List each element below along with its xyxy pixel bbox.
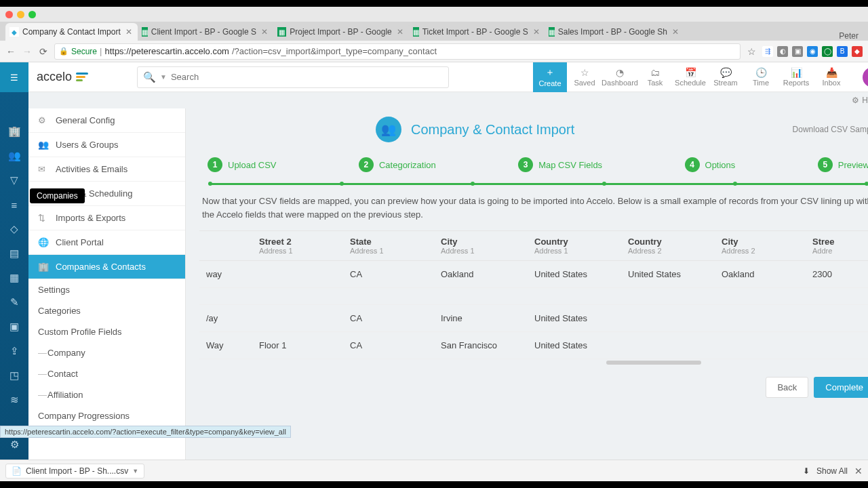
rail-projects-icon[interactable]: ≡	[0, 192, 28, 217]
browser-tab[interactable]: ▦Sales Import - BP - Google Sh✕	[545, 23, 680, 41]
menu-toggle-icon[interactable]: ☰	[0, 62, 28, 92]
tab-close-icon[interactable]: ✕	[397, 27, 403, 37]
table-cell: San Francisco	[434, 332, 528, 359]
ext-icon[interactable]: ◐	[777, 46, 788, 57]
wizard-step[interactable]: 4Options	[685, 157, 736, 172]
address-bar[interactable]: 🔒 Secure | https://peterescartin.accelo.…	[54, 43, 741, 60]
rail-sales-icon[interactable]: ▽	[0, 168, 28, 192]
back-icon[interactable]: ←	[5, 46, 16, 57]
rail-upload-icon[interactable]: ⇪	[0, 339, 28, 363]
download-file-chip[interactable]: 📄 Client Import - BP - Sh....csv ▼	[5, 464, 144, 479]
nav-time[interactable]: 🕒Time	[743, 62, 778, 92]
chevron-down-icon[interactable]: ▼	[160, 73, 167, 81]
tab-close-icon[interactable]: ✕	[533, 27, 540, 37]
close-downloads-bar-icon[interactable]: ✕	[854, 466, 863, 476]
status-bar-url: https://peterescartin.accelo.com/?action…	[0, 426, 291, 438]
ext-icon[interactable]: ◆	[852, 46, 863, 57]
maximize-window-icon[interactable]	[28, 11, 36, 18]
sidenav-subitem[interactable]: Company Progressions	[28, 405, 185, 426]
site-favicon-icon: ◆	[9, 27, 19, 37]
nav-reports[interactable]: 📊Reports	[778, 62, 814, 92]
sidenav-icon: ✉	[38, 164, 49, 174]
horizontal-scrollbar[interactable]	[199, 361, 868, 366]
sidenav-item[interactable]: ⚙General Config	[28, 108, 185, 133]
sidenav-item[interactable]: ⇅Imports & Exports	[28, 206, 185, 230]
nav-stream[interactable]: 💬Stream	[708, 62, 743, 92]
browser-tab[interactable]: ▦Client Import - BP - Google S✕	[138, 23, 273, 41]
table-cell	[621, 305, 715, 331]
rail-tickets-icon[interactable]: ◇	[0, 217, 28, 241]
browser-tab[interactable]: ▦Ticket Import - BP - Google S✕	[409, 23, 545, 41]
rail-cube-icon[interactable]: ◳	[0, 363, 28, 388]
nav-inbox[interactable]: 📥Inbox	[814, 62, 849, 92]
wizard-step[interactable]: 1Upload CSV	[208, 157, 277, 172]
nav-task[interactable]: 🗂Task	[637, 62, 673, 92]
rail-assets-icon[interactable]: ▣	[0, 314, 28, 339]
sidenav-subitem[interactable]: Categories	[28, 300, 185, 321]
table-cell	[343, 288, 434, 304]
preview-description: Now that your CSV fields are mapped, you…	[202, 195, 868, 221]
window-controls[interactable]	[5, 11, 36, 18]
help-icon[interactable]: ⚙	[852, 96, 859, 105]
brand-logo-text: accelo	[37, 70, 72, 84]
search-box[interactable]: 🔍 ▼	[137, 66, 449, 88]
show-all-downloads-link[interactable]: Show All	[816, 466, 848, 476]
browser-tab[interactable]: ◆Company & Contact Import✕	[5, 23, 138, 41]
ext-icon[interactable]: ▣	[792, 46, 803, 57]
ext-icon[interactable]: ◯	[822, 46, 833, 57]
sidenav-subitem[interactable]: Contact	[28, 363, 185, 384]
browser-tabs: ◆Company & Contact Import✕▦Client Import…	[0, 22, 868, 41]
browser-tab[interactable]: ▦Project Import - BP - Google✕	[273, 23, 409, 41]
rail-contacts-icon[interactable]: 👥	[0, 144, 28, 168]
wizard-step[interactable]: 5Preview	[818, 157, 868, 172]
forward-icon: →	[22, 46, 33, 57]
sidenav-item[interactable]: 🌐Client Portal	[28, 230, 185, 255]
table-cell	[199, 288, 252, 304]
sidenav-label: Activities & Emails	[56, 164, 127, 174]
back-button[interactable]: Back	[766, 377, 808, 398]
rail-stream-icon[interactable]: ≋	[0, 388, 28, 412]
nav-dashboard[interactable]: ◔Dashboard	[602, 62, 637, 92]
minimize-window-icon[interactable]	[17, 11, 24, 18]
user-avatar[interactable]: P	[863, 67, 868, 87]
wizard-stepper: 1Upload CSV2Categorization3Map CSV Field…	[208, 157, 868, 172]
wizard-step[interactable]: 2Categorization	[359, 157, 436, 172]
rail-companies-icon[interactable]: 🏢	[0, 119, 28, 144]
stream-icon: 💬	[720, 67, 732, 78]
sidenav-subitem[interactable]: Custom Profile Fields	[28, 321, 185, 342]
sidenav-item[interactable]: 🏢Companies & Contacts	[28, 255, 185, 279]
chevron-down-icon[interactable]: ▼	[132, 468, 138, 474]
browser-profile-name[interactable]: Peter	[839, 31, 863, 41]
download-csv-sample-link[interactable]: Download CSV Sample	[793, 125, 868, 134]
sidenav-subitem[interactable]: Company	[28, 342, 185, 363]
rail-billing-icon[interactable]: ▦	[0, 266, 28, 290]
sidenav-subitem[interactable]: Affiliation	[28, 384, 185, 405]
search-input[interactable]	[171, 72, 443, 82]
nav-schedule[interactable]: 📅Schedule	[673, 62, 708, 92]
brand-logo[interactable]: accelo	[37, 70, 88, 84]
nav-label: Task	[648, 79, 663, 87]
rail-tasks-icon[interactable]: ✎	[0, 290, 28, 314]
complete-button[interactable]: Complete	[814, 377, 868, 398]
rail-retainers-icon[interactable]: ▤	[0, 241, 28, 266]
reload-icon[interactable]: ⟳	[38, 46, 49, 57]
sidenav-icon: ⇅	[38, 213, 49, 223]
tab-close-icon[interactable]: ✕	[261, 27, 268, 37]
star-icon[interactable]: ☆	[746, 46, 757, 57]
tab-close-icon[interactable]: ✕	[125, 27, 132, 37]
settings-sidenav: ⚙General Config👥Users & Groups✉Activitie…	[28, 108, 186, 460]
sidenav-subitem[interactable]: Settings	[28, 279, 185, 300]
sidenav-item[interactable]: 👥Users & Groups	[28, 133, 185, 157]
table-cell: Irvine	[434, 305, 528, 331]
wizard-step[interactable]: 3Map CSV Fields	[518, 157, 602, 172]
ext-icon[interactable]: B	[837, 46, 848, 57]
close-window-icon[interactable]	[5, 11, 13, 18]
tab-close-icon[interactable]: ✕	[672, 27, 679, 37]
ext-icon[interactable]: ◉	[807, 46, 818, 57]
sidenav-item[interactable]: ✉Activities & Emails	[28, 157, 185, 182]
help-link[interactable]: Help	[862, 96, 868, 105]
nav-create[interactable]: ＋Create	[533, 62, 567, 92]
tab-title: Sales Import - BP - Google Sh	[558, 27, 667, 37]
ext-icon[interactable]: ⇶	[762, 46, 773, 57]
nav-saved[interactable]: ☆Saved	[567, 62, 602, 92]
